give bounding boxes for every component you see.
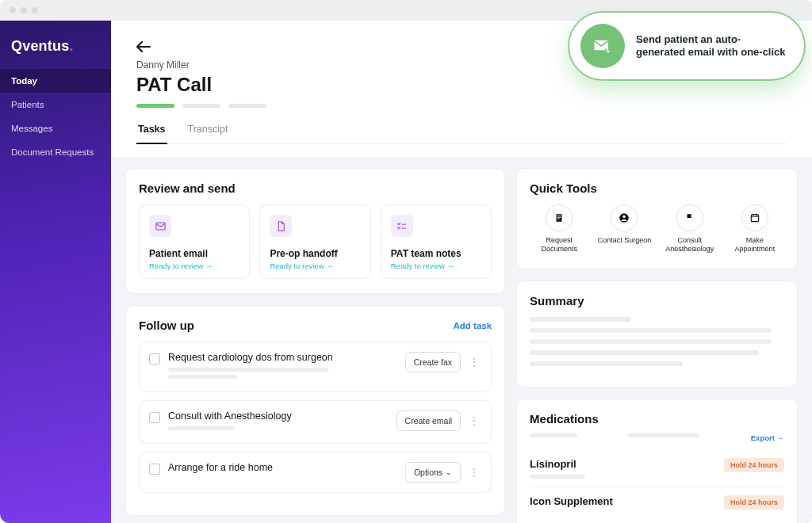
more-options-icon[interactable]: ⋮: [467, 356, 481, 368]
tab-tasks[interactable]: Tasks: [136, 124, 167, 144]
review-item-status: Ready to review →: [149, 262, 239, 270]
qtool-label: Make Appointment: [726, 236, 784, 254]
calendar-icon: [741, 204, 768, 231]
task-checkbox[interactable]: [149, 412, 160, 423]
svg-point-6: [623, 216, 626, 219]
review-item-status: Ready to review →: [391, 262, 481, 270]
medications-card: Medications Export → Lisinopril: [516, 399, 798, 524]
review-item-patient-email[interactable]: Patient email Ready to review →: [139, 204, 250, 279]
qtool-label: Request Documents: [530, 236, 588, 254]
qtool-consult-anesthesiology[interactable]: Consult Anesthesiology: [661, 204, 719, 254]
mail-click-icon: [580, 24, 625, 68]
qtool-request-documents[interactable]: Request Documents: [530, 204, 588, 254]
callout-text: Send patient an auto-generated email wit…: [636, 33, 787, 59]
hold-badge: Hold 24 hours: [724, 495, 784, 510]
sidebar: Qventus. Today Patients Messages Documen…: [0, 21, 111, 523]
sidebar-item-document-requests[interactable]: Document Requests: [0, 140, 111, 164]
review-item-preop-handoff[interactable]: Pre-op handoff Ready to review →: [259, 204, 370, 279]
task-title: Arrange for a ride home: [168, 462, 397, 473]
mail-icon: [149, 215, 171, 237]
review-item-status: Ready to review →: [270, 262, 360, 270]
task-title: Request cardiology dos from surgeon: [168, 352, 397, 363]
qtool-label: Contact Surgeon: [595, 236, 653, 245]
quick-tools-title: Quick Tools: [530, 181, 784, 195]
add-task-button[interactable]: Add task: [454, 321, 492, 330]
svg-rect-4: [557, 219, 560, 220]
main: Danny Miller PAT Call Tasks Transcipt Re…: [111, 21, 812, 523]
task-row: Arrange for a ride home Options⌄ ⋮: [139, 452, 492, 493]
more-options-icon[interactable]: ⋮: [467, 466, 481, 479]
task-row: Consult with Anesthesiology Create email…: [139, 400, 492, 444]
sidebar-item-messages[interactable]: Messages: [0, 116, 111, 140]
person-icon: [611, 204, 638, 231]
create-email-button[interactable]: Create email: [396, 410, 462, 431]
create-fax-button[interactable]: Create fax: [405, 352, 461, 372]
chevron-down-icon: ⌄: [446, 468, 452, 476]
review-item-pat-notes[interactable]: PAT team notes Ready to review →: [381, 204, 492, 279]
review-item-label: PAT team notes: [391, 248, 481, 259]
more-options-icon[interactable]: ⋮: [467, 414, 481, 427]
svg-rect-2: [557, 216, 561, 216]
followup-title: Follow up: [139, 319, 194, 332]
review-item-label: Pre-op handoff: [270, 248, 360, 259]
medication-row: Icon Supplement Hold 24 hours: [530, 487, 784, 515]
followup-card: Follow up Add task Request cardiology do…: [125, 305, 505, 516]
summary-card: Summary: [516, 281, 798, 387]
review-title: Review and send: [139, 181, 492, 195]
medication-row: Lisinopril Hold 24 hours: [530, 450, 784, 482]
task-checkbox[interactable]: [149, 353, 160, 365]
export-link[interactable]: Export →: [751, 433, 784, 442]
options-button[interactable]: Options⌄: [405, 462, 461, 483]
brand-logo: Qventus.: [0, 33, 111, 69]
qtool-contact-surgeon[interactable]: Contact Surgeon: [595, 204, 653, 254]
document-icon: [270, 215, 292, 237]
medications-title: Medications: [530, 412, 599, 426]
qtool-label: Consult Anesthesiology: [661, 236, 719, 254]
task-row: Request cardiology dos from surgeon Crea…: [139, 342, 492, 392]
traffic-light-icon: [10, 7, 16, 13]
sidebar-item-today[interactable]: Today: [0, 69, 111, 93]
document-list-icon: [546, 204, 573, 231]
tab-transcript[interactable]: Transcipt: [186, 124, 230, 143]
tab-bar: Tasks Transcipt: [136, 124, 787, 144]
task-title: Consult with Anesthesiology: [168, 410, 389, 422]
review-item-label: Patient email: [149, 248, 239, 259]
quick-tools-card: Quick Tools Request Documents: [516, 168, 798, 269]
promo-callout: Send patient an auto-generated email wit…: [568, 11, 806, 81]
qtool-make-appointment[interactable]: Make Appointment: [726, 204, 784, 254]
sidebar-item-patients[interactable]: Patients: [0, 93, 111, 116]
progress-indicator: [136, 104, 787, 108]
hold-badge: Hold 24 hours: [724, 458, 784, 472]
medication-name: Icon Supplement: [530, 495, 613, 507]
summary-title: Summary: [530, 294, 784, 307]
task-checkbox[interactable]: [149, 464, 160, 475]
app-window: Qventus. Today Patients Messages Documen…: [0, 0, 812, 523]
checklist-icon: [391, 215, 413, 237]
review-card: Review and send Patient email Ready to r…: [125, 168, 505, 294]
svg-rect-7: [751, 215, 758, 222]
svg-rect-3: [557, 217, 561, 218]
traffic-light-icon: [32, 7, 38, 13]
flag-icon: [676, 204, 703, 231]
medication-name: Lisinopril: [530, 458, 585, 470]
svg-rect-1: [557, 214, 562, 221]
traffic-light-icon: [21, 7, 27, 13]
back-button[interactable]: [136, 40, 151, 56]
